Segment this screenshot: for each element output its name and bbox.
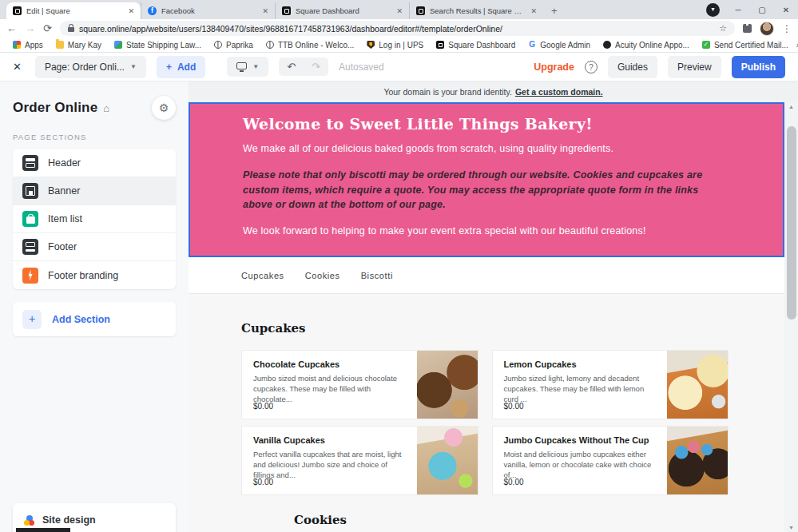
add-section-button[interactable]: + Add Section — [13, 302, 176, 336]
bookmark-label: State Shipping Law... — [126, 41, 201, 50]
tab-title: Facebook — [161, 6, 257, 15]
product-card-jumbo-cupcakes[interactable]: Jumbo Cupcakes Without The Cup Moist and… — [492, 426, 729, 495]
bookmark-paprika[interactable]: Paprika — [209, 41, 258, 50]
banner-section-selected[interactable]: Welcome to Sweet Little Things Bakery! W… — [189, 102, 784, 257]
tab-close-icon[interactable]: ✕ — [530, 7, 537, 15]
custom-domain-link[interactable]: Get a custom domain. — [515, 87, 603, 97]
page-selector-button[interactable]: Page: Order Onli...▼ — [35, 56, 146, 78]
new-tab-button[interactable]: + — [551, 5, 558, 17]
tab-facebook[interactable]: f Facebook ✕ — [141, 2, 275, 19]
minimize-button[interactable]: ─ — [726, 6, 750, 14]
editor-workspace: Order Online ⌂ ⚙ PAGE SECTIONS Header Ba… — [0, 81, 798, 532]
category-tab-cookies[interactable]: Cookies — [305, 271, 340, 280]
page-title: Order Online — [13, 100, 97, 116]
tab-square-dashboard[interactable]: Square Dashboard ✕ — [275, 2, 409, 19]
tab-square-support[interactable]: Search Results | Square Support ✕ — [409, 2, 543, 19]
tab-close-icon[interactable]: ✕ — [128, 7, 134, 15]
home-icon: ⌂ — [103, 102, 109, 114]
banner-section-icon — [22, 183, 38, 199]
product-image — [417, 427, 478, 494]
category-tab-biscotti[interactable]: Biscotti — [361, 271, 393, 280]
bookmark-apps[interactable]: Apps — [8, 41, 48, 50]
page-settings-gear-icon[interactable]: ⚙ — [152, 96, 176, 120]
preview-button[interactable]: Preview — [668, 56, 721, 78]
upgrade-link[interactable]: Upgrade — [534, 62, 574, 73]
product-image — [417, 351, 478, 419]
back-icon[interactable]: ← — [6, 22, 17, 34]
bookmark-mary-kay[interactable]: Mary Kay — [51, 41, 106, 50]
bookmark-label: Send Certified Mail... — [714, 41, 788, 50]
address-bar: ← → ⟳ square.online/app/website/users/13… — [0, 19, 798, 38]
bookmark-square-dashboard[interactable]: Square Dashboard — [431, 41, 520, 50]
domain-notice: Your domain is your brand identity. Get … — [189, 81, 798, 102]
bookmark-ttb-online[interactable]: TTB Online - Welco... — [261, 41, 359, 50]
ups-shield-icon — [367, 41, 375, 49]
product-name: Jumbo Cupcakes Without The Cup — [504, 435, 657, 445]
bookmark-certified-mail[interactable]: Send Certified Mail... — [697, 41, 793, 50]
scroll-up-arrow-icon[interactable]: ▲ — [784, 104, 798, 109]
add-button[interactable]: +Add — [157, 56, 205, 78]
globe-icon — [266, 41, 274, 49]
tab-close-icon[interactable]: ✕ — [396, 7, 403, 15]
bookmark-label: Log in | UPS — [379, 41, 423, 50]
tab-edit-square[interactable]: Edit | Square ✕ — [6, 2, 141, 19]
product-name: Lemon Cupcakes — [504, 359, 657, 369]
reload-icon[interactable]: ⟳ — [43, 22, 52, 34]
browser-window: Edit | Square ✕ f Facebook ✕ Square Dash… — [0, 0, 798, 532]
editor-close-icon[interactable]: ✕ — [13, 61, 22, 73]
scroll-down-arrow-icon[interactable]: ▼ — [784, 525, 798, 530]
bookmark-state-shipping[interactable]: State Shipping Law... — [109, 41, 206, 50]
bookmarks-bar: Apps Mary Kay State Shipping Law... Papr… — [0, 38, 798, 53]
redo-icon[interactable]: ↷ — [304, 58, 328, 76]
forward-icon[interactable]: → — [25, 22, 35, 34]
sidebar-item-label: Item list — [48, 213, 82, 224]
profile-avatar[interactable] — [760, 22, 774, 36]
product-description: Jumbo sized light, lemony and decadent c… — [504, 374, 657, 404]
guides-button[interactable]: Guides — [608, 56, 657, 78]
url-input[interactable]: square.online/app/website/users/13840947… — [60, 21, 735, 36]
sidebar-item-footer-branding[interactable]: Footer branding — [13, 261, 176, 289]
site-design-label: Site design — [42, 514, 96, 526]
undo-icon[interactable]: ↶ — [279, 58, 304, 76]
device-preview-button[interactable]: ▼ — [227, 57, 268, 77]
sidebar-item-label: Footer branding — [48, 270, 118, 281]
tab-close-icon[interactable]: ✕ — [262, 7, 268, 15]
publish-button[interactable]: Publish — [732, 56, 785, 78]
sidebar-item-label: Footer — [48, 241, 77, 252]
cookies-heading: Cookies — [294, 513, 729, 527]
banner-paragraph: We make all of our delicious baked goods… — [243, 141, 730, 157]
extensions-icon[interactable] — [743, 24, 752, 33]
add-label: Add — [177, 62, 196, 73]
bookmark-google-admin[interactable]: GGoogle Admin — [523, 41, 595, 50]
footer-branding-section-icon — [22, 268, 38, 284]
close-button[interactable]: ✕ — [774, 6, 798, 14]
chrome-update-icon[interactable]: ▾ — [706, 3, 720, 17]
product-card-vanilla-cupcakes[interactable]: Vanilla Cupcakes Perfect vanilla cupcake… — [241, 426, 478, 495]
product-card-lemon-cupcakes[interactable]: Lemon Cupcakes Jumbo sized light, lemony… — [492, 350, 729, 419]
menu-dots-icon[interactable]: ⋮ — [782, 23, 792, 34]
sidebar-item-header[interactable]: Header — [13, 149, 176, 177]
autosaved-status: Autosaved — [339, 62, 384, 73]
apps-grid-icon — [13, 41, 21, 49]
bookmark-ups[interactable]: Log in | UPS — [362, 41, 428, 50]
bookmark-acuity[interactable]: Acuity Online Appo... — [598, 41, 694, 50]
sidebar-item-footer[interactable]: Footer — [13, 233, 176, 261]
help-icon[interactable]: ? — [585, 61, 598, 73]
canvas-scrollbar[interactable]: ▲ ▼ — [784, 102, 798, 532]
maximize-button[interactable]: ▢ — [750, 6, 774, 14]
product-name: Vanilla Cupcakes — [253, 435, 406, 445]
category-tab-cupcakes[interactable]: Cupcakes — [241, 271, 284, 280]
product-price: $0.00 — [253, 402, 273, 411]
sidebar-item-item-list[interactable]: Item list — [13, 205, 176, 233]
plus-icon: + — [22, 310, 42, 329]
sidebar-item-banner[interactable]: Banner — [13, 177, 176, 205]
scrollbar-thumb[interactable] — [787, 126, 796, 320]
tab-title: Edit | Square — [26, 6, 123, 15]
globe-icon — [214, 41, 222, 49]
product-card-chocolate-cupcakes[interactable]: Chocolate Cupcakes Jumbo sized moist and… — [241, 350, 478, 419]
banner-note-paragraph: Please note that only biscotti may be or… — [243, 168, 730, 212]
acuity-icon — [603, 41, 611, 49]
footer-section-icon — [22, 239, 38, 255]
bookmark-star-icon[interactable]: ☆ — [719, 23, 727, 34]
product-price: $0.00 — [504, 402, 524, 411]
